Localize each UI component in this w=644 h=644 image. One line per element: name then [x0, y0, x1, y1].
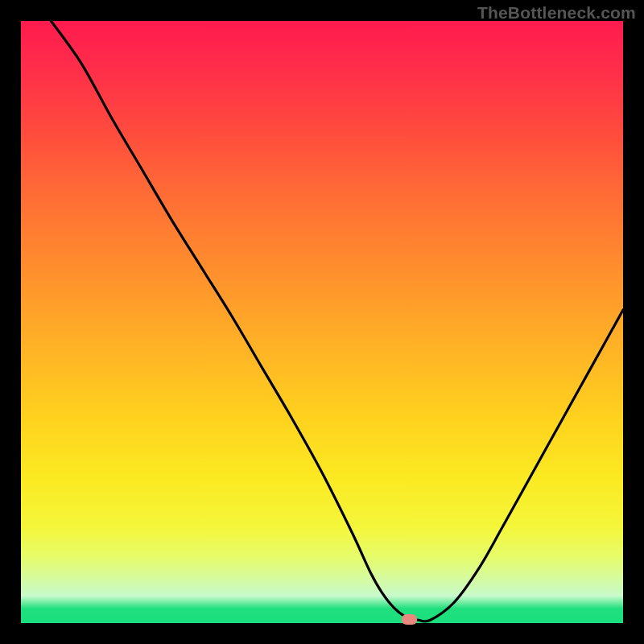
plot-area: [21, 21, 623, 623]
optimal-marker: [402, 614, 417, 625]
bottleneck-curve: [21, 21, 623, 623]
chart-frame: TheBottleneck.com: [0, 0, 644, 644]
watermark-text: TheBottleneck.com: [477, 3, 636, 23]
